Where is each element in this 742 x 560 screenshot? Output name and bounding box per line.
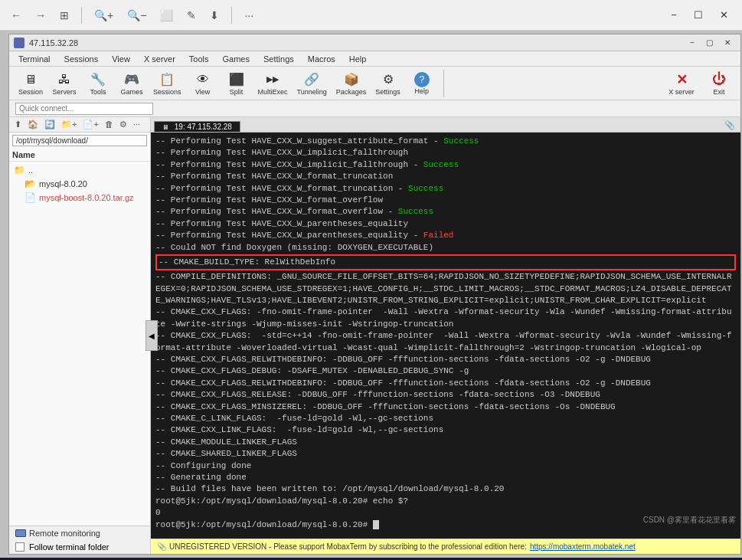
sidebar-collapse-button[interactable]: ◀ bbox=[145, 320, 158, 351]
sidebar-tool-up[interactable]: ⬆ bbox=[12, 119, 24, 130]
back-button[interactable]: ← bbox=[6, 6, 26, 25]
tunneling-button[interactable]: 🔗 Tunneling bbox=[294, 70, 330, 97]
sidebar-toolbar: ⬆ 🏠 🔄 📁+ 📄+ 🗑 ⚙ ··· bbox=[9, 117, 150, 133]
new-tab-button[interactable]: ✎ bbox=[182, 6, 201, 25]
packages-button[interactable]: 📦 Packages bbox=[333, 70, 370, 97]
file-tree: 📁 .. 📂 mysql-8.0.20 📄 mysql-boost-8.0.20… bbox=[9, 162, 150, 526]
help-label: Help bbox=[415, 87, 430, 95]
settings-icon: ⚙ bbox=[380, 71, 397, 88]
help-button[interactable]: ? Help bbox=[407, 70, 437, 97]
sessions-label: Sessions bbox=[153, 88, 181, 96]
close-button[interactable]: ✕ bbox=[712, 6, 736, 24]
terminal-actions: 📎 bbox=[722, 120, 737, 132]
app-close-btn[interactable]: ✕ bbox=[719, 38, 736, 47]
terminal-line: -- CMAKE_SHARED_LINKER_FLAGS bbox=[155, 448, 736, 460]
split-button[interactable]: ⬛ Split bbox=[221, 70, 252, 97]
terminal-action-pin[interactable]: 📎 bbox=[722, 120, 737, 130]
status-link[interactable]: https://mobaxterm.mobatek.net bbox=[530, 542, 636, 551]
terminal-line: -- Performing Test HAVE_CXX_W_suggest_at… bbox=[155, 136, 736, 147]
terminal-line: -- Performing Test HAVE_CXX_W_implicit_f… bbox=[155, 147, 736, 159]
xserver-label: X server bbox=[668, 88, 695, 96]
settings-label: Settings bbox=[375, 88, 400, 96]
minimize-button[interactable]: − bbox=[663, 6, 685, 24]
terminal-line: -- CMAKE_CXX_FLAGS: -std=c++14 -fno-omit… bbox=[155, 330, 736, 354]
settings-button[interactable]: ⚙ Settings bbox=[372, 70, 404, 97]
quick-connect-input[interactable] bbox=[15, 103, 153, 115]
sidebar-tool-delete[interactable]: 🗑 bbox=[103, 119, 116, 130]
servers-button[interactable]: 🖧 Servers bbox=[49, 70, 80, 97]
terminal-area: 🖥 19: 47.115.32.28 📎 -- Performing Test … bbox=[151, 117, 740, 554]
tree-item-dotdot[interactable]: 📁 .. bbox=[9, 163, 150, 177]
menu-xserver[interactable]: X server bbox=[138, 54, 181, 64]
sidebar-tool-refresh[interactable]: 🔄 bbox=[42, 119, 57, 130]
menu-tools[interactable]: Tools bbox=[183, 54, 215, 64]
divider bbox=[81, 7, 82, 24]
sidebar-path[interactable]: /opt/mysql/download/ bbox=[12, 135, 147, 146]
sessions-button[interactable]: 📋 Sessions bbox=[150, 70, 185, 97]
servers-label: Servers bbox=[53, 88, 77, 96]
terminal-line: -- CMAKE_CXX_FLAGS_RELWITHDEBINFO: -DDBU… bbox=[155, 378, 736, 389]
multiexec-button[interactable]: ▶▶ MultiExec bbox=[255, 70, 291, 97]
tools-label: Tools bbox=[90, 88, 106, 96]
view-button[interactable]: 👁 View bbox=[188, 70, 218, 97]
xserver-button[interactable]: ✕ X server bbox=[662, 70, 701, 97]
exit-button[interactable]: ⏻ Exit bbox=[704, 70, 734, 97]
menu-macros[interactable]: Macros bbox=[302, 54, 342, 64]
watermark-text: CSDN @雾里看花花里看雾 bbox=[643, 516, 736, 524]
terminal-tabs: 🖥 19: 47.115.32.28 📎 bbox=[151, 117, 740, 133]
tree-item-mysql8020[interactable]: 📂 mysql-8.0.20 bbox=[9, 177, 150, 191]
forward-button[interactable]: → bbox=[31, 6, 51, 25]
remote-monitoring-item[interactable]: Remote monitoring bbox=[15, 529, 100, 538]
maximize-button[interactable]: ☐ bbox=[686, 6, 711, 24]
menu-games[interactable]: Games bbox=[217, 54, 256, 64]
session-label: Session bbox=[18, 88, 43, 96]
xserver-icon: ✕ bbox=[673, 71, 690, 88]
menu-sessions[interactable]: Sessions bbox=[58, 54, 105, 64]
app-maximize-btn[interactable]: ▢ bbox=[701, 38, 718, 47]
toolbar-separator bbox=[443, 70, 444, 97]
tree-item-tarball[interactable]: 📄 mysql-boost-8.0.20.tar.gz bbox=[9, 191, 150, 205]
sidebar-tool-home[interactable]: 🏠 bbox=[25, 119, 41, 130]
zoom-in-button[interactable]: 🔍+ bbox=[90, 6, 118, 25]
sidebar-tool-more[interactable]: ··· bbox=[131, 119, 142, 130]
more-button[interactable]: ··· bbox=[240, 6, 258, 25]
terminal-line: -- CMAKE_CXX_FLAGS_RELEASE: -DDBUG_OFF -… bbox=[155, 389, 736, 401]
sidebar-tool-new-file[interactable]: 📄+ bbox=[80, 119, 100, 130]
download-button[interactable]: ⬇ bbox=[205, 6, 224, 25]
terminal-line: -- Performing Test HAVE_CXX_W_format_ove… bbox=[155, 195, 736, 206]
menu-terminal[interactable]: Terminal bbox=[12, 54, 57, 64]
terminal-line: -- CMAKE_CXX_FLAGS_MINSIZEREL: -DDBUG_OF… bbox=[155, 401, 736, 413]
zoom-out-button[interactable]: 🔍− bbox=[123, 6, 151, 25]
menu-view[interactable]: View bbox=[106, 54, 136, 64]
games-button[interactable]: 🎮 Games bbox=[116, 70, 147, 97]
sidebar-tool-settings[interactable]: ⚙ bbox=[117, 119, 129, 130]
follow-folder-checkbox[interactable] bbox=[15, 542, 25, 552]
app-title: 47.115.32.28 bbox=[29, 38, 78, 47]
terminal-cursor bbox=[373, 520, 379, 529]
exit-icon: ⏻ bbox=[711, 71, 727, 88]
monitor-icon bbox=[15, 529, 26, 537]
tools-button[interactable]: 🔧 Tools bbox=[83, 70, 113, 97]
status-bar: 📎 UNREGISTERED VERSION - Please support … bbox=[151, 539, 740, 554]
split-label: Split bbox=[230, 88, 244, 96]
menu-settings[interactable]: Settings bbox=[257, 54, 300, 64]
terminal-line: -- Performing Test HAVE_CXX_W_format_tru… bbox=[155, 183, 736, 195]
multiexec-icon: ▶▶ bbox=[264, 71, 281, 88]
games-label: Games bbox=[121, 88, 143, 96]
terminal-cmake-build-type: -- CMAKE_BUILD_TYPE: RelWithDebInfo bbox=[155, 254, 736, 270]
terminal-line: -- Could NOT find Doxygen (missing: DOXY… bbox=[155, 242, 736, 254]
page-button[interactable]: ⬜ bbox=[155, 6, 178, 25]
session-button[interactable]: 🖥 Session bbox=[15, 70, 46, 97]
grid-button[interactable]: ⊞ bbox=[55, 6, 74, 25]
tunneling-icon: 🔗 bbox=[303, 71, 320, 88]
terminal-tab-active[interactable]: 🖥 19: 47.115.32.28 bbox=[154, 121, 240, 132]
app-minimize-btn[interactable]: − bbox=[685, 38, 700, 47]
divider2 bbox=[231, 7, 232, 24]
session-icon: 🖥 bbox=[22, 71, 39, 88]
sidebar: ⬆ 🏠 🔄 📁+ 📄+ 🗑 ⚙ ··· /opt/mysql/download/… bbox=[9, 117, 151, 554]
menu-help[interactable]: Help bbox=[343, 54, 373, 64]
terminal-line: -- COMPILE_DEFINITIONS: _GNU_SOURCE_FILE… bbox=[155, 271, 736, 306]
sidebar-tool-new-folder[interactable]: 📁+ bbox=[59, 119, 79, 130]
servers-icon: 🖧 bbox=[56, 71, 73, 88]
terminal-output[interactable]: -- Performing Test HAVE_CXX_W_suggest_at… bbox=[151, 133, 740, 539]
